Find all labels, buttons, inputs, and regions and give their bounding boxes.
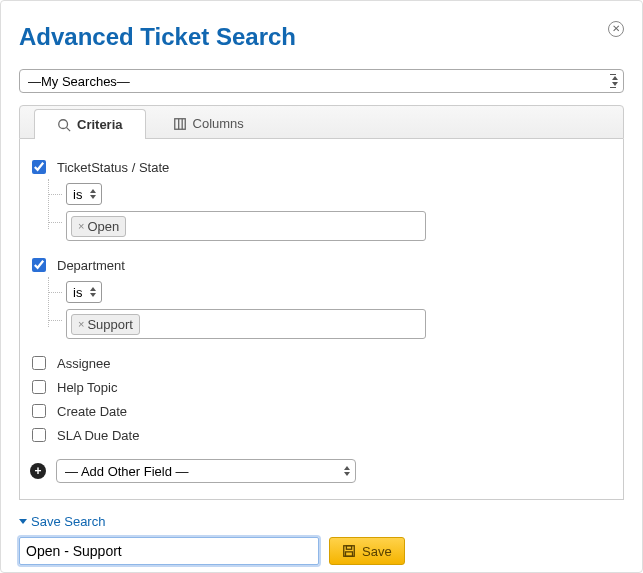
svg-rect-6	[346, 546, 351, 550]
tab-criteria-label: Criteria	[77, 117, 123, 132]
svg-rect-7	[346, 552, 353, 556]
criteria-sub-department: is × Support	[48, 281, 615, 339]
criteria-sub-ticketstatus: is × Open	[48, 183, 615, 241]
remove-token-icon[interactable]: ×	[78, 220, 84, 232]
page-title: Advanced Ticket Search	[19, 23, 624, 51]
tab-columns[interactable]: Columns	[150, 108, 267, 138]
value-input-department[interactable]: × Support	[66, 309, 426, 339]
criteria-checkbox-assignee[interactable]	[32, 356, 46, 370]
criteria-row-createdate: Create Date	[28, 399, 615, 423]
operator-select-ticketstatus[interactable]: is	[66, 183, 102, 205]
token-open[interactable]: × Open	[71, 216, 126, 237]
tab-columns-label: Columns	[193, 116, 244, 131]
criteria-checkbox-createdate[interactable]	[32, 404, 46, 418]
token-label: Open	[87, 219, 119, 234]
add-field-icon[interactable]: +	[30, 463, 46, 479]
criteria-checkbox-department[interactable]	[32, 258, 46, 272]
save-search-toggle[interactable]: Save Search	[19, 514, 624, 529]
svg-rect-2	[174, 118, 185, 129]
criteria-label-createdate: Create Date	[57, 404, 127, 419]
criteria-row-helptopic: Help Topic	[28, 375, 615, 399]
criteria-label-ticketstatus: TicketStatus / State	[57, 160, 169, 175]
criteria-row-department: Department	[28, 253, 615, 277]
criteria-label-sladuedate: SLA Due Date	[57, 428, 139, 443]
criteria-checkbox-helptopic[interactable]	[32, 380, 46, 394]
my-searches-select[interactable]: —My Searches—	[19, 69, 624, 93]
advanced-search-modal: ✕ Advanced Ticket Search —My Searches— C…	[0, 0, 643, 573]
criteria-label-department: Department	[57, 258, 125, 273]
criteria-label-helptopic: Help Topic	[57, 380, 117, 395]
criteria-row-ticketstatus: TicketStatus / State	[28, 155, 615, 179]
save-search-header-label: Save Search	[31, 514, 105, 529]
criteria-row-assignee: Assignee	[28, 351, 615, 375]
add-field-row: + — Add Other Field —	[28, 459, 615, 483]
save-search-section: Save Search Save	[19, 514, 624, 565]
svg-line-1	[67, 127, 71, 131]
criteria-panel: TicketStatus / State is × Open	[19, 139, 624, 500]
criteria-row-sladuedate: SLA Due Date	[28, 423, 615, 447]
columns-icon	[173, 117, 187, 131]
remove-token-icon[interactable]: ×	[78, 318, 84, 330]
save-button[interactable]: Save	[329, 537, 405, 565]
value-input-ticketstatus[interactable]: × Open	[66, 211, 426, 241]
criteria-checkbox-ticketstatus[interactable]	[32, 160, 46, 174]
svg-point-0	[59, 119, 68, 128]
save-button-label: Save	[362, 544, 392, 559]
operator-select-department[interactable]: is	[66, 281, 102, 303]
search-icon	[57, 118, 71, 132]
token-label: Support	[87, 317, 133, 332]
token-support[interactable]: × Support	[71, 314, 140, 335]
close-icon[interactable]: ✕	[608, 21, 624, 37]
caret-down-icon	[19, 519, 27, 524]
save-search-name-input[interactable]	[19, 537, 319, 565]
my-searches-select-wrap: —My Searches—	[19, 69, 624, 93]
tabbar: Criteria Columns	[19, 105, 624, 139]
add-field-select[interactable]: — Add Other Field —	[56, 459, 356, 483]
criteria-label-assignee: Assignee	[57, 356, 110, 371]
tab-criteria[interactable]: Criteria	[34, 109, 146, 139]
floppy-icon	[342, 544, 356, 558]
criteria-checkbox-sladuedate[interactable]	[32, 428, 46, 442]
